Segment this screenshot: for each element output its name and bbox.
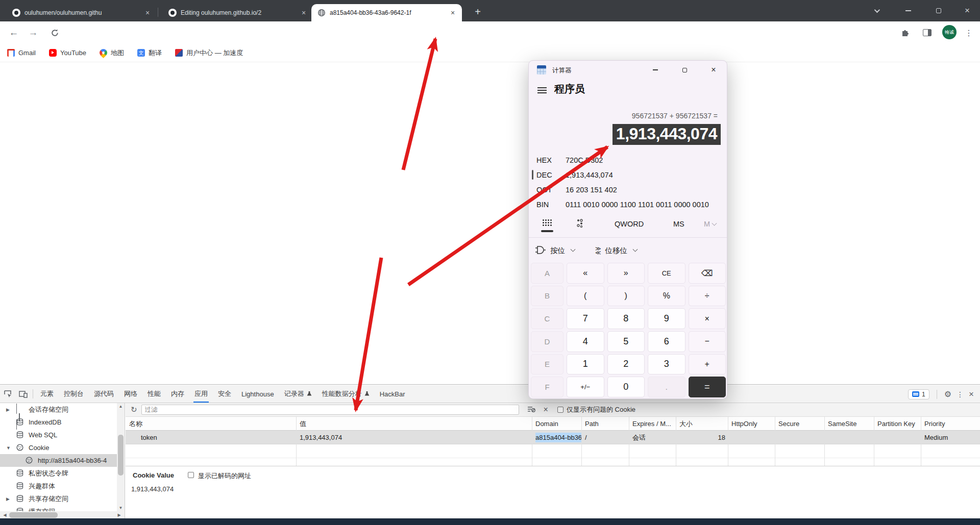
devtools-tab-5[interactable]: 性能 (142, 385, 166, 403)
calc-key-([interactable]: ( (567, 286, 604, 307)
devtools-tab-3[interactable]: 源代码 (89, 385, 119, 403)
scrollbar-thumb[interactable] (9, 512, 58, 518)
scroll-up-icon[interactable]: ▲ (117, 404, 125, 409)
calc-close-button[interactable]: × (702, 61, 725, 79)
side-panel-icon[interactable] (920, 26, 934, 40)
cookie-filter-input[interactable] (141, 405, 519, 415)
cookie-cell[interactable]: a815a404-bb36-43a6-9642-1fd555d8f8c8.cha… (532, 431, 581, 444)
bookmark-item[interactable]: 用户中心 — 加速度 (175, 48, 243, 58)
column-header[interactable]: 大小 (676, 417, 728, 431)
column-header[interactable]: HttpOnly (728, 417, 775, 431)
calc-key-3[interactable]: 3 (648, 354, 685, 375)
profile-avatar[interactable]: 翰诚 (942, 25, 957, 39)
devtools-tab-7[interactable]: 应用 (189, 385, 213, 403)
bookmark-item[interactable]: 文翻译 (137, 48, 162, 58)
column-header[interactable]: Domain (532, 417, 581, 431)
sidebar-horizontal-scrollbar[interactable]: ◀ ▶ (0, 511, 125, 519)
column-header[interactable]: 名称 (126, 417, 296, 431)
bitshift-dropdown[interactable]: 位移位 (605, 246, 628, 256)
devtools-tab-9[interactable]: Lighthouse (236, 385, 279, 403)
calc-key-CE[interactable]: CE (648, 263, 685, 284)
clear-filter-icon[interactable]: × (544, 405, 548, 414)
memory-menu-button[interactable]: M (704, 220, 716, 228)
devtools-tab-1[interactable]: 元素 (35, 385, 59, 403)
calc-key-+/−[interactable]: +/− (567, 377, 604, 397)
calc-key-0[interactable]: 0 (607, 377, 645, 397)
calc-maximize-button[interactable] (673, 61, 696, 79)
caret-collapsed-icon[interactable]: ▶ (6, 407, 12, 412)
sidebar-item[interactable]: http://a815a404-bb36-4 (0, 454, 125, 467)
calc-key-9[interactable]: 9 (648, 308, 685, 329)
sidebar-item[interactable]: IndexedDB (0, 416, 125, 429)
devtools-tab-12[interactable]: HackBar (375, 385, 410, 403)
inspect-element-icon[interactable] (0, 385, 15, 403)
calc-key-+[interactable]: + (689, 354, 726, 375)
calc-key-»[interactable]: » (607, 263, 645, 284)
sidebar-item[interactable]: ▼Cookie (0, 441, 125, 454)
devtools-tab-11[interactable]: 性能数据分析 (317, 385, 375, 403)
reload-button[interactable] (47, 25, 62, 40)
cookie-cell[interactable]: token (126, 431, 296, 444)
column-header[interactable]: Expires / M... (629, 417, 676, 431)
window-maximize-button[interactable] (927, 0, 950, 21)
devtools-tab-4[interactable]: 网络 (119, 385, 142, 403)
caret-collapsed-icon[interactable]: ▶ (6, 496, 12, 502)
scrollbar-thumb[interactable] (118, 435, 124, 476)
browser-menu-button[interactable]: ⋮ (962, 26, 976, 40)
column-header[interactable]: Path (581, 417, 629, 431)
calc-key-6[interactable]: 6 (648, 331, 685, 352)
scroll-right-icon[interactable]: ▶ (115, 513, 123, 517)
extensions-puzzle-icon[interactable] (898, 26, 913, 40)
calc-minimize-button[interactable] (644, 61, 667, 79)
sidebar-item[interactable]: 兴趣群体 (0, 480, 125, 492)
browser-tab[interactable]: Editing ouluhumen.github.io/2× (162, 4, 313, 21)
console-drawer-badge[interactable]: 1 (908, 389, 929, 399)
refresh-icon[interactable]: ↻ (131, 405, 137, 414)
calc-key-−[interactable]: − (689, 331, 726, 352)
calc-result[interactable]: 1,913,443,074 (612, 124, 721, 145)
devtools-close-icon[interactable]: × (969, 389, 974, 399)
browser-tab-active[interactable]: a815a404-bb36-43a6-9642-1f× (311, 4, 462, 21)
bitwise-dropdown[interactable]: 按位 (550, 246, 565, 256)
sidebar-item[interactable]: Web SQL (0, 429, 125, 441)
new-tab-button[interactable]: + (471, 5, 485, 19)
window-close-button[interactable]: × (955, 0, 979, 21)
calc-key-1[interactable]: 1 (567, 354, 604, 375)
devtools-tab-10[interactable]: 记录器 (279, 385, 317, 403)
tab-close-icon[interactable]: × (300, 9, 308, 17)
only-problem-checkbox[interactable] (557, 407, 564, 413)
device-toolbar-icon[interactable] (15, 385, 31, 403)
column-header[interactable]: Partition Key (874, 417, 921, 431)
word-size-button[interactable]: QWORD (615, 220, 644, 228)
calc-key-)[interactable]: ) (607, 286, 645, 307)
calc-key-⌫[interactable]: ⌫ (689, 263, 726, 284)
calc-key-4[interactable]: 4 (567, 331, 604, 352)
bit-toggle-keypad-icon[interactable] (575, 218, 585, 228)
radix-row-oct[interactable]: OCT16 203 151 402 (529, 182, 727, 197)
cookie-cell[interactable] (728, 431, 775, 444)
cookie-cell[interactable] (775, 431, 824, 444)
bookmark-item[interactable]: YouTube (49, 48, 86, 58)
devtools-tab-8[interactable]: 安全 (213, 385, 236, 403)
calculator-titlebar[interactable]: 计算器 × (529, 61, 727, 79)
cookie-cell[interactable]: 1,913,443,074 (296, 431, 532, 444)
calc-key-÷[interactable]: ÷ (689, 286, 726, 307)
full-keypad-icon[interactable] (542, 219, 552, 227)
show-decoded-checkbox[interactable] (188, 472, 194, 478)
calc-key-5[interactable]: 5 (607, 331, 645, 352)
calc-key-7[interactable]: 7 (567, 308, 604, 329)
calc-key-2[interactable]: 2 (607, 354, 645, 375)
radix-row-hex[interactable]: HEX720C D302 (529, 153, 727, 167)
window-minimize-button[interactable] (896, 0, 920, 21)
back-button[interactable]: ← (6, 25, 21, 40)
calc-key-=[interactable]: = (689, 377, 726, 397)
radix-row-bin[interactable]: BIN0111 0010 0000 1100 1101 0011 0000 00… (529, 197, 727, 212)
cookie-table-row[interactable]: token1,913,443,074a815a404-bb36-43a6-964… (126, 431, 980, 444)
cookie-cell[interactable]: 18 (676, 431, 728, 444)
scroll-down-icon[interactable]: ▼ (117, 506, 125, 510)
column-header[interactable]: SameSite (824, 417, 874, 431)
column-header[interactable]: Priority (921, 417, 980, 431)
cookie-cell[interactable] (874, 431, 921, 444)
cookie-cell[interactable]: Medium (921, 431, 980, 444)
devtools-menu-icon[interactable]: ⋮ (957, 390, 964, 398)
